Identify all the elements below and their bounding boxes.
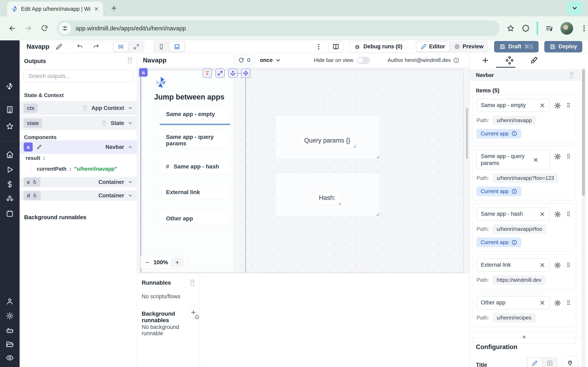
chevron-down-icon[interactable] [127, 105, 133, 111]
move-button[interactable] [241, 68, 251, 78]
zoom-in-button[interactable]: + [171, 258, 184, 267]
drag-handle-icon[interactable] [566, 102, 572, 108]
extensions-icon[interactable] [522, 24, 530, 33]
query-params-text[interactable]: Query params {} [298, 133, 356, 148]
resize-handle[interactable] [338, 202, 341, 205]
query-params-container[interactable]: Query params {} [276, 116, 380, 159]
info-icon[interactable] [453, 57, 459, 63]
docs-button[interactable] [329, 41, 343, 52]
full-width-button[interactable] [129, 42, 144, 52]
back-icon[interactable] [8, 24, 16, 33]
remove-x-icon[interactable] [539, 262, 545, 268]
resize-handle[interactable] [376, 156, 379, 158]
editor-tab[interactable]: Editor [416, 42, 449, 52]
component-tag[interactable]: a [139, 68, 148, 77]
workers-robot-icon[interactable] [6, 326, 14, 334]
tab-list-button[interactable] [566, 1, 584, 15]
nav-item-query-params[interactable]: Same app - query params [160, 133, 230, 147]
chevron-up-icon[interactable] [127, 144, 133, 150]
folders-icon[interactable] [6, 341, 14, 349]
workspace-buildings-icon[interactable] [6, 106, 14, 114]
users-person-icon[interactable] [6, 297, 14, 305]
drag-handle-icon[interactable] [566, 300, 572, 306]
remove-x-icon[interactable] [533, 157, 539, 163]
home-icon[interactable] [6, 150, 14, 159]
ctx-row[interactable]: ctx App Context [20, 101, 137, 115]
remove-x-icon[interactable] [539, 211, 545, 217]
item-settings-gear-icon[interactable] [554, 102, 561, 109]
deploy-button[interactable]: Deploy [544, 41, 582, 52]
audit-eye-icon[interactable] [6, 354, 14, 362]
component-e-row[interactable]: e Container [20, 177, 137, 187]
resize-handle[interactable] [353, 145, 356, 147]
doc-icon[interactable] [82, 105, 88, 111]
favorites-star-icon[interactable] [6, 122, 14, 131]
preview-tab[interactable]: Preview [450, 42, 488, 52]
remove-x-icon[interactable] [539, 102, 545, 108]
rename-pencil-icon[interactable] [56, 43, 62, 50]
resize-handle[interactable] [376, 213, 379, 216]
remove-x-icon[interactable] [539, 300, 545, 306]
item-label-select[interactable]: Same app - query params [476, 150, 550, 170]
settings-scrollbar[interactable] [582, 68, 585, 367]
browser-tab[interactable]: Edit App u/henri/navapp | Win [7, 2, 103, 16]
item-label-select[interactable]: External link [476, 259, 550, 272]
run-mode-select[interactable]: once [260, 57, 281, 63]
drag-handle-icon[interactable] [566, 211, 572, 217]
info-icon[interactable] [511, 131, 517, 136]
zoom-out-button[interactable]: − [144, 259, 151, 266]
nav-item-hash[interactable]: # Same app - hash [160, 160, 230, 174]
scrollbar-thumb[interactable] [582, 69, 585, 196]
item-settings-gear-icon[interactable] [554, 300, 561, 307]
browser-menu-kebab-icon[interactable] [580, 24, 588, 33]
hide-bar-toggle[interactable] [357, 57, 370, 64]
item-settings-gear-icon[interactable] [554, 262, 561, 269]
draft-button[interactable]: Draft ⌘S [494, 41, 539, 52]
state-row[interactable]: state State [20, 116, 137, 130]
maximize-button[interactable] [215, 68, 225, 78]
component-d-row[interactable]: d Container [20, 191, 137, 201]
drag-handle-icon[interactable] [566, 153, 572, 159]
url-text[interactable]: app.windmill.dev/apps/edit/u/henri/navap… [76, 25, 186, 32]
add-background-runnable-button[interactable] [187, 307, 199, 318]
tab-close-icon[interactable] [94, 6, 99, 12]
edit-id-pencil-icon[interactable] [35, 142, 44, 151]
panel-doc-icon[interactable] [126, 57, 134, 64]
function-mode-button[interactable] [543, 358, 557, 367]
connect-plug-button[interactable] [562, 356, 578, 367]
static-mode-pencil-button[interactable] [527, 358, 542, 367]
more-menu-kebab-icon[interactable] [315, 43, 322, 50]
panel-doc-icon[interactable] [568, 72, 575, 78]
app-canvas[interactable]: Jump between apps Same app - empty Same … [137, 68, 470, 273]
nav-item-external-link[interactable]: External link [160, 185, 230, 199]
chevron-down-icon[interactable] [127, 179, 133, 185]
bookmark-star-icon[interactable] [507, 24, 515, 33]
item-settings-gear-icon[interactable] [554, 211, 561, 218]
forward-icon[interactable] [24, 24, 32, 33]
info-icon[interactable] [511, 240, 517, 245]
info-icon[interactable] [511, 189, 517, 194]
new-tab-icon[interactable] [110, 4, 118, 12]
panel-doc-icon[interactable] [189, 279, 196, 286]
schedules-calendar-icon[interactable] [6, 210, 14, 218]
navbar-component[interactable]: Jump between apps Same app - empty Same … [142, 71, 233, 272]
doc-icon[interactable] [101, 120, 107, 126]
variables-dollar-icon[interactable] [6, 180, 14, 188]
component-border-right[interactable] [245, 70, 246, 272]
drag-handle-icon[interactable] [566, 262, 572, 268]
mobile-view-button[interactable] [154, 42, 169, 52]
settings-gear-icon[interactable] [6, 312, 14, 320]
search-outputs-input[interactable] [23, 70, 134, 82]
theme-tab-brush-icon[interactable] [530, 56, 538, 64]
chevron-down-icon[interactable] [127, 120, 133, 126]
item-label-select[interactable]: Other app [476, 296, 550, 309]
component-result-tree[interactable]: result : currentPath : "u/henri/navapp" [26, 155, 117, 172]
media-playlist-icon[interactable] [545, 24, 553, 33]
resources-cubes-icon[interactable] [6, 195, 14, 203]
debug-runs-button[interactable]: Debug runs (0) [349, 41, 407, 52]
site-settings-icon[interactable] [59, 22, 71, 34]
item-settings-gear-icon[interactable] [554, 153, 561, 160]
add-component-tab-plus-icon[interactable] [481, 56, 489, 64]
fit-width-button[interactable] [113, 42, 128, 52]
chevron-down-icon[interactable] [127, 193, 133, 198]
